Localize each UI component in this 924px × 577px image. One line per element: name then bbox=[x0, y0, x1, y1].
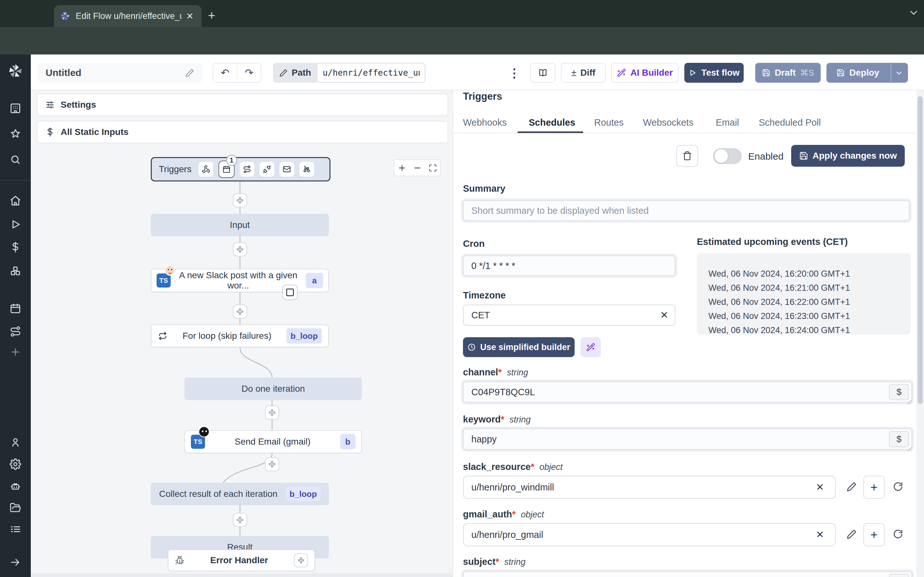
more-options-kebab-icon[interactable]: ⋮ bbox=[508, 66, 520, 80]
early-stop-button[interactable] bbox=[282, 285, 298, 300]
tab-routes[interactable]: Routes bbox=[594, 117, 624, 128]
cron-input[interactable] bbox=[463, 255, 675, 276]
tab-search-chevron-icon[interactable] bbox=[908, 7, 919, 19]
flow-step-forloop[interactable]: For loop (skip failures) b_loop bbox=[151, 324, 329, 348]
search-icon[interactable] bbox=[10, 154, 21, 165]
clear-resource-icon[interactable]: ✕ bbox=[816, 529, 824, 540]
user-icon[interactable] bbox=[10, 437, 21, 448]
edit-resource-pencil-icon[interactable] bbox=[846, 529, 857, 539]
keyword-input[interactable] bbox=[463, 429, 912, 450]
deploy-button[interactable]: Deploy bbox=[827, 63, 908, 83]
test-flow-button[interactable]: Test flow bbox=[684, 63, 744, 83]
slack-resource-input[interactable] bbox=[463, 476, 836, 499]
field-name: channel bbox=[463, 367, 498, 377]
apply-changes-button[interactable]: Apply changes now bbox=[791, 145, 905, 167]
flow-step-email[interactable]: TS Send Email (gmail) b bbox=[184, 430, 362, 453]
subject-input[interactable] bbox=[463, 571, 912, 577]
add-step-button[interactable] bbox=[265, 406, 279, 420]
ai-cron-wand-button[interactable] bbox=[580, 337, 601, 357]
zoom-in-icon[interactable] bbox=[397, 163, 407, 172]
workers-robot-icon[interactable] bbox=[10, 480, 21, 492]
diff-label: Diff bbox=[580, 68, 596, 78]
flow-collect-node[interactable]: Collect result of each iteration b_loop bbox=[151, 483, 329, 505]
resources-icon[interactable] bbox=[10, 265, 21, 277]
undo-button[interactable]: ↶ bbox=[213, 67, 237, 79]
favorites-star-icon[interactable] bbox=[10, 128, 21, 139]
error-handler-node[interactable]: Error Handler bbox=[168, 550, 315, 571]
panel-scrollbar-thumb[interactable] bbox=[918, 96, 923, 404]
all-static-inputs-row[interactable]: All Static Inputs bbox=[37, 121, 448, 143]
deploy-chevron-icon[interactable] bbox=[895, 69, 903, 77]
tab-schedules[interactable]: Schedules bbox=[529, 117, 575, 128]
edit-title-pencil-icon[interactable] bbox=[186, 68, 194, 77]
flow-iteration-node[interactable]: Do one iteration bbox=[184, 378, 362, 400]
add-step-button[interactable] bbox=[265, 457, 279, 471]
ai-builder-button[interactable]: AI Builder bbox=[611, 63, 678, 83]
insert-variable-button[interactable]: $ bbox=[889, 574, 909, 577]
schedule-trigger-icon[interactable]: 1 bbox=[218, 161, 234, 178]
insert-variable-button[interactable]: $ bbox=[889, 431, 909, 447]
simplified-builder-button[interactable]: Use simplified builder bbox=[463, 337, 575, 357]
enabled-toggle[interactable] bbox=[713, 148, 742, 164]
browser-tab[interactable]: Edit Flow u/henri/effective_un ✕ bbox=[54, 5, 202, 27]
insert-variable-button[interactable]: $ bbox=[889, 384, 909, 400]
docs-book-button[interactable] bbox=[530, 63, 556, 83]
scheduled-poll-trigger-icon[interactable] bbox=[299, 162, 314, 177]
subject-field: $ bbox=[463, 571, 912, 577]
refresh-resource-icon[interactable] bbox=[893, 529, 903, 539]
add-resource-button[interactable]: + bbox=[863, 476, 885, 499]
draft-label: Draft bbox=[775, 68, 796, 78]
routes-icon[interactable] bbox=[10, 326, 21, 337]
flow-step-slack[interactable]: TS A new Slack post with a given wor... … bbox=[151, 269, 329, 292]
tab-email[interactable]: Email bbox=[716, 117, 739, 128]
settings-row[interactable]: Settings bbox=[37, 93, 448, 116]
fit-view-icon[interactable] bbox=[429, 164, 437, 172]
add-error-handler-button[interactable] bbox=[294, 553, 308, 567]
variables-icon[interactable] bbox=[10, 242, 21, 253]
workspace-icon[interactable] bbox=[10, 103, 21, 114]
flow-input-node[interactable]: Input bbox=[151, 214, 329, 236]
channel-input[interactable] bbox=[463, 382, 912, 403]
refresh-resource-icon[interactable] bbox=[893, 482, 903, 492]
settings-gear-icon[interactable] bbox=[10, 458, 21, 470]
folders-icon[interactable] bbox=[10, 502, 21, 514]
edit-resource-pencil-icon[interactable] bbox=[846, 482, 857, 492]
expand-sidebar-icon[interactable] bbox=[10, 556, 21, 568]
tab-close-icon[interactable]: ✕ bbox=[186, 11, 194, 21]
path-button[interactable]: Path bbox=[273, 63, 318, 83]
diff-button[interactable]: ± Diff bbox=[561, 63, 606, 83]
home-icon[interactable] bbox=[10, 195, 21, 206]
tab-websockets[interactable]: Websockets bbox=[643, 117, 693, 128]
email-trigger-icon[interactable] bbox=[279, 162, 294, 177]
delete-schedule-button[interactable] bbox=[676, 145, 698, 167]
timezone-input[interactable] bbox=[463, 305, 675, 326]
summary-input[interactable] bbox=[463, 200, 909, 221]
zoom-out-icon[interactable] bbox=[413, 163, 422, 172]
flow-triggers-node[interactable]: Triggers 1 bbox=[151, 157, 330, 181]
runs-icon[interactable] bbox=[10, 219, 21, 230]
route-trigger-icon[interactable] bbox=[240, 162, 254, 177]
loop-icon bbox=[158, 331, 168, 341]
logs-list-icon[interactable] bbox=[10, 524, 21, 535]
clear-timezone-icon[interactable]: ✕ bbox=[660, 309, 668, 321]
add-menu-icon[interactable] bbox=[10, 346, 21, 358]
flow-title-box[interactable]: Untitled bbox=[38, 63, 202, 83]
add-step-button[interactable] bbox=[233, 513, 247, 527]
path-input[interactable] bbox=[318, 63, 425, 83]
webhook-trigger-icon[interactable] bbox=[199, 162, 213, 177]
draft-button[interactable]: Draft ⌘S bbox=[755, 63, 821, 83]
add-resource-button[interactable]: + bbox=[863, 523, 885, 546]
gmail-auth-input[interactable] bbox=[463, 523, 836, 546]
add-step-button[interactable] bbox=[233, 305, 247, 319]
websocket-trigger-icon[interactable] bbox=[260, 162, 274, 177]
redo-button[interactable]: ↷ bbox=[237, 67, 261, 79]
add-step-button[interactable] bbox=[233, 193, 247, 207]
schedules-icon[interactable] bbox=[10, 303, 21, 314]
windmill-logo[interactable] bbox=[7, 63, 24, 79]
clear-resource-icon[interactable]: ✕ bbox=[816, 482, 824, 493]
new-tab-button[interactable]: + bbox=[208, 9, 215, 22]
upcoming-events-box: Wed, 06 Nov 2024, 16:20:00 GMT+1 Wed, 06… bbox=[697, 253, 911, 335]
tab-webhooks[interactable]: Webhooks bbox=[463, 117, 507, 128]
tab-scheduled-poll[interactable]: Scheduled Poll bbox=[759, 117, 821, 128]
add-step-button[interactable] bbox=[233, 242, 247, 256]
